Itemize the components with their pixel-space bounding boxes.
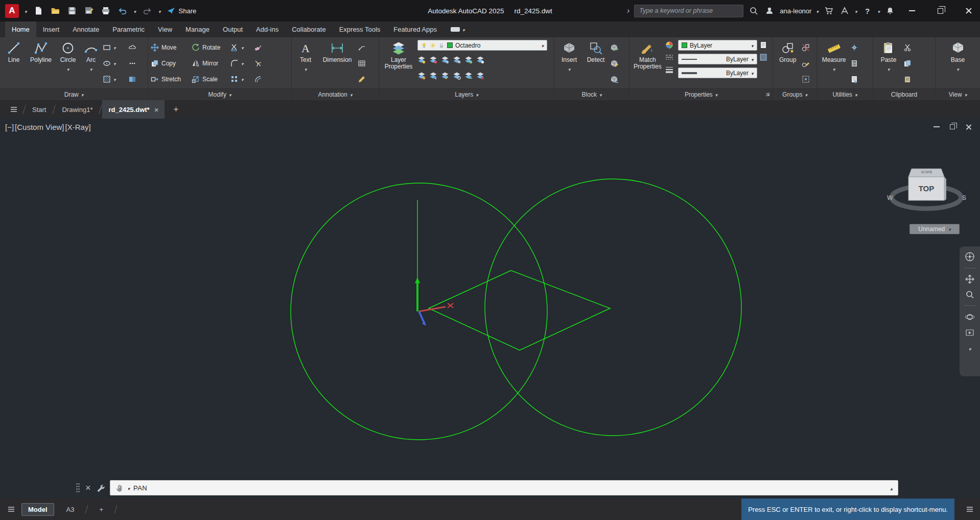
undo-icon[interactable]: [117, 5, 128, 16]
caret-down-icon[interactable]: [113, 44, 116, 51]
search-expand-icon[interactable]: [627, 6, 629, 15]
command-input-bar[interactable]: PAN: [110, 480, 898, 495]
caret-down-icon[interactable]: [113, 76, 116, 83]
groups-panel-label[interactable]: Groups: [773, 88, 816, 100]
notifications-icon[interactable]: [884, 5, 896, 16]
command-line-close-icon[interactable]: [85, 483, 91, 493]
command-line-customize-icon[interactable]: [96, 484, 105, 492]
user-avatar-icon[interactable]: [764, 5, 775, 16]
orbit-tool-icon[interactable]: [965, 312, 975, 322]
full-navigation-wheel-icon[interactable]: [965, 252, 975, 262]
object-color-dropdown[interactable]: ByLayer: [678, 40, 757, 51]
tab-express-tools[interactable]: Express Tools: [333, 21, 387, 37]
stretch-tool[interactable]: Stretch: [151, 74, 190, 85]
insert-flyout-caret-icon[interactable]: [568, 65, 571, 73]
paste-special-tool[interactable]: [903, 74, 917, 85]
mirror-tool[interactable]: Mirror: [192, 58, 228, 69]
view-name-control[interactable]: [Custom View]: [15, 123, 64, 131]
new-drawing-tab-button[interactable]: +: [170, 104, 182, 115]
model-tab[interactable]: Model: [21, 503, 54, 516]
tab-home[interactable]: Home: [5, 21, 36, 37]
array-tool[interactable]: [230, 74, 252, 85]
block-panel-label[interactable]: Block: [554, 88, 629, 100]
open-file-icon[interactable]: [50, 5, 61, 16]
command-line-grip[interactable]: [76, 483, 80, 493]
annotation-style-tool[interactable]: [358, 74, 371, 85]
point-tool[interactable]: [128, 58, 142, 69]
viewport-close-icon[interactable]: [965, 124, 972, 130]
named-view-dropdown[interactable]: Unnamed: [909, 224, 960, 234]
help-caret-icon[interactable]: [877, 7, 880, 15]
cut-tool[interactable]: [903, 42, 917, 53]
ungroup-tool[interactable]: [802, 42, 814, 53]
layer-isolate-tool[interactable]: [429, 56, 437, 64]
command-history-caret-icon[interactable]: [890, 483, 893, 492]
copy-clip-tool[interactable]: [903, 58, 917, 69]
lineweight-icon[interactable]: [665, 65, 676, 74]
user-menu-caret-icon[interactable]: [816, 7, 819, 15]
transparency-tool[interactable]: [759, 53, 771, 61]
layer-freeze-tool[interactable]: [441, 56, 449, 64]
clipboard-panel-label[interactable]: Clipboard: [873, 88, 935, 100]
caret-down-icon[interactable]: [241, 60, 244, 67]
insert-tool[interactable]: Insert: [557, 39, 581, 87]
viewcube[interactable]: W S BACK TOP: [883, 148, 970, 225]
new-drawing-icon[interactable]: [33, 5, 44, 16]
tab-output[interactable]: Output: [216, 21, 249, 37]
base-flyout-caret-icon[interactable]: [956, 65, 959, 73]
circle-flyout-caret-icon[interactable]: [67, 65, 69, 73]
dimension-tool[interactable]: Dimension: [319, 39, 356, 87]
autocad-logo[interactable]: A: [5, 4, 19, 18]
trim-tool[interactable]: [230, 42, 252, 53]
group-edit-tool[interactable]: [802, 58, 814, 69]
compass-south-label[interactable]: S: [962, 194, 966, 201]
tab-manage[interactable]: Manage: [179, 21, 216, 37]
text-tool[interactable]: A Text: [294, 39, 317, 87]
help-icon[interactable]: [861, 5, 873, 16]
leader-tool[interactable]: [358, 42, 371, 53]
edit-block-tool[interactable]: [610, 58, 623, 69]
layer-walk-tool[interactable]: [453, 72, 461, 80]
new-layout-button[interactable]: +: [93, 504, 109, 515]
print-icon[interactable]: [100, 5, 111, 16]
layer-unisolate-tool[interactable]: [417, 72, 426, 80]
username[interactable]: ana-leonor: [780, 7, 811, 15]
layer-previous-tool[interactable]: [429, 72, 437, 80]
move-tool[interactable]: Move: [151, 42, 190, 53]
revision-cloud-tool[interactable]: [128, 42, 142, 53]
properties-dialog-launcher-icon[interactable]: [765, 92, 770, 97]
id-point-tool[interactable]: [850, 42, 862, 53]
layer-match-tool[interactable]: [441, 72, 449, 80]
close-tab-icon[interactable]: [154, 105, 159, 114]
status-menu-icon[interactable]: [7, 505, 15, 513]
ribbon-display-options-button[interactable]: [451, 21, 465, 37]
gradient-tool[interactable]: [128, 74, 142, 85]
group-tool[interactable]: Group: [776, 39, 800, 87]
linetype-dropdown[interactable]: ByLayer: [678, 54, 757, 64]
properties-list-tool[interactable]: [759, 41, 771, 49]
share-button[interactable]: Share: [167, 6, 197, 15]
tab-collaborate[interactable]: Collaborate: [285, 21, 333, 37]
maximize-button[interactable]: [928, 0, 952, 21]
layout-tab-a3[interactable]: A3: [60, 504, 81, 515]
explode-tool[interactable]: [254, 58, 266, 69]
search-input[interactable]: [634, 5, 743, 17]
detect-tool[interactable]: Detect: [584, 39, 608, 87]
minimize-button[interactable]: [900, 0, 924, 21]
view-panel-label[interactable]: View: [936, 88, 980, 100]
offset-tool[interactable]: [254, 74, 266, 85]
customization-icon[interactable]: [966, 499, 974, 520]
recent-commands-caret-icon[interactable]: [128, 483, 130, 492]
rotate-tool[interactable]: Rotate: [192, 42, 228, 53]
erase-tool[interactable]: [254, 42, 266, 53]
ellipse-tool[interactable]: [103, 58, 126, 69]
visual-style-control[interactable]: [X-Ray]: [65, 123, 91, 131]
layer-lock-tool[interactable]: [453, 56, 461, 64]
layer-on-tool[interactable]: [464, 56, 473, 64]
measure-tool[interactable]: Measure: [820, 39, 848, 87]
drawing1-tab[interactable]: Drawing1*: [56, 100, 99, 119]
layer-dropdown[interactable]: Octaedro: [417, 40, 547, 51]
tab-parametric[interactable]: Parametric: [106, 21, 151, 37]
properties-panel-label[interactable]: Properties: [629, 88, 773, 100]
quick-select-tool[interactable]: [850, 74, 862, 85]
